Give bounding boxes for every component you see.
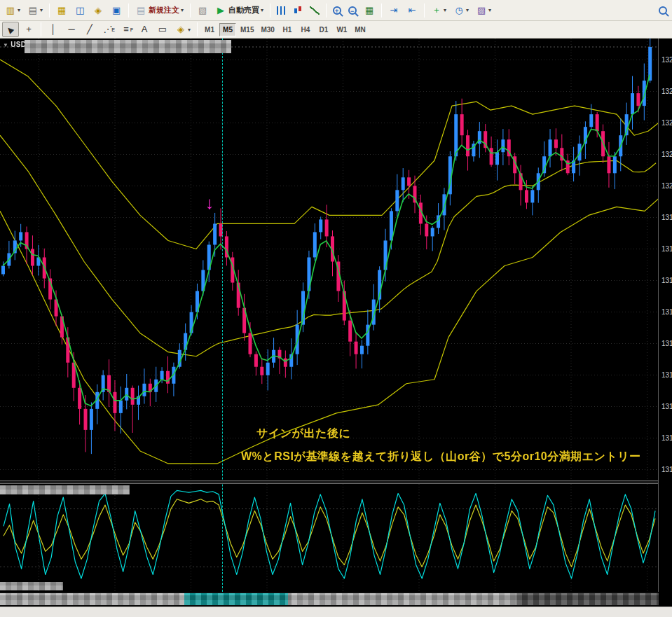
expert-advisors-icon: ▧ (197, 5, 208, 16)
indicators-button[interactable]: +▾ (428, 3, 449, 18)
timeframe-mn[interactable]: MN (352, 23, 369, 36)
timeframe-d1[interactable]: D1 (315, 23, 332, 36)
candlestick-icon (293, 6, 303, 15)
chevron-down-icon[interactable]: ▾ (466, 7, 469, 13)
price-chart-canvas[interactable] (0, 39, 659, 480)
templates-button[interactable]: ▨▾ (473, 3, 494, 18)
highlighted-time-range (184, 593, 288, 605)
chevron-down-icon[interactable]: ▾ (188, 27, 191, 33)
time-axis[interactable] (0, 592, 659, 606)
timeframe-h1[interactable]: H1 (279, 23, 296, 36)
chevron-down-icon[interactable]: ▾ (488, 7, 491, 13)
candlestick-button[interactable] (290, 3, 306, 18)
timeframe-m1[interactable]: M1 (201, 23, 218, 36)
censored-region-indicator-bottom (0, 582, 63, 590)
data-window-icon: ◫ (74, 5, 85, 16)
collapse-chart-icon[interactable]: ▼ (3, 42, 8, 48)
new-chart-button[interactable]: ▥▾ (2, 3, 23, 18)
zoom-out-icon: − (348, 6, 357, 15)
market-watch-toggle[interactable]: ▦ (53, 3, 70, 18)
zoom-in-button[interactable]: + (330, 3, 344, 18)
censored-time-labels-right (516, 593, 659, 605)
chart-annotation-line2: W%とRSIが基準線を越えて折り返し（山or谷）で5分or10分満期エントリー (241, 450, 641, 464)
line-chart-button[interactable] (307, 3, 322, 18)
vertical-line-icon: │ (48, 24, 59, 35)
chevron-down-icon[interactable]: ▾ (444, 7, 446, 13)
new-order-icon: ▤ (135, 5, 146, 16)
toolbar-separator (190, 4, 191, 18)
timeframe-m5[interactable]: M5 (219, 23, 236, 36)
vertical-line-tool[interactable]: │ (45, 22, 62, 37)
toolbar-separator (49, 4, 50, 18)
label-tool[interactable]: ▭ (154, 22, 171, 37)
horizontal-line-icon: ─ (66, 24, 77, 35)
bar-chart-button[interactable] (274, 3, 289, 18)
price-label: 131.450 (661, 434, 672, 442)
navigator-icon: ◈ (92, 5, 104, 16)
toolbar-separator (41, 22, 41, 36)
new-order-button[interactable]: ▤新規注文▾ (132, 3, 186, 18)
zoom-out-button[interactable]: − (345, 3, 359, 18)
periods-button[interactable]: ◷▾ (451, 3, 472, 18)
price-label: 132.350 (661, 56, 672, 64)
autotrading-button-label: 自動売買 (228, 5, 259, 15)
profiles-button[interactable]: ▤▾ (25, 3, 46, 18)
timeframe-h4[interactable]: H4 (297, 23, 314, 36)
text-tool[interactable]: A (136, 22, 153, 37)
price-label: 132.275 (661, 88, 672, 95)
chart-shift-button[interactable]: ⇤ (404, 3, 420, 18)
price-label: 131.975 (661, 214, 672, 221)
panel-separator[interactable] (0, 480, 672, 484)
autotrading-button[interactable]: ▶自動売買▾ (212, 3, 266, 18)
tile-windows-icon: ▦ (364, 5, 375, 16)
indicator-panel-canvas[interactable] (0, 484, 659, 592)
price-label: 131.750 (661, 308, 672, 316)
fibonacci-tool[interactable]: ≡F (118, 22, 135, 37)
horizontal-line-tool[interactable]: ─ (63, 22, 80, 37)
toolbar-separator (424, 4, 425, 18)
shapes-tool[interactable]: ◈▾ (172, 22, 193, 37)
search-button[interactable] (656, 3, 670, 18)
window-bottom-strip (0, 606, 672, 617)
price-label: 131.375 (661, 466, 672, 473)
tile-windows-button[interactable]: ▦ (361, 3, 378, 18)
waves-tool[interactable]: ⋰E (100, 22, 116, 37)
toolbar-separator (381, 4, 382, 18)
timeframe-m15[interactable]: M15 (238, 23, 256, 36)
market-watch-icon: ▦ (56, 5, 67, 16)
timeframe-m30[interactable]: M30 (258, 23, 277, 36)
auto-scroll-button[interactable]: ⇥ (385, 3, 402, 18)
indicators-icon: + (431, 5, 442, 16)
toolbar-separator (270, 4, 270, 18)
trendline-tool[interactable]: ╱ (81, 22, 98, 37)
line-chart-icon (310, 6, 320, 15)
chevron-down-icon[interactable]: ▾ (18, 7, 20, 13)
text-icon: A (139, 24, 150, 35)
crosshair-icon: + (23, 24, 34, 35)
price-scale[interactable]: 132.350132.275132.200132.125132.050131.9… (659, 39, 672, 592)
templates-icon: ▨ (476, 5, 487, 16)
chevron-down-icon[interactable]: ▾ (261, 7, 263, 13)
price-label: 131.825 (661, 277, 672, 284)
data-window-toggle[interactable]: ◫ (71, 3, 88, 18)
trendline-icon: ╱ (84, 24, 95, 35)
price-label: 131.600 (661, 371, 672, 379)
censored-indicator-label (0, 485, 130, 494)
terminal-icon: ▣ (111, 5, 122, 16)
search-icon (659, 6, 667, 15)
chart-shift-icon: ⇤ (406, 5, 418, 16)
navigator-toggle[interactable]: ◈ (90, 3, 107, 18)
price-label: 131.525 (661, 403, 672, 410)
chart-annotation-line1: サインが出た後に (256, 427, 350, 441)
chevron-down-icon[interactable]: ▾ (40, 7, 43, 13)
timeframe-w1[interactable]: W1 (334, 23, 350, 36)
cursor-tool[interactable]: ◀ (2, 22, 19, 37)
price-label: 131.675 (661, 340, 672, 347)
expert-advisors-toggle[interactable]: ▧ (194, 3, 211, 18)
toolbar-separator (128, 4, 129, 18)
crosshair-tool[interactable]: + (20, 22, 37, 37)
chevron-down-icon[interactable]: ▾ (181, 7, 184, 13)
toolbar-separator (326, 4, 327, 18)
price-label: 132.050 (661, 182, 672, 190)
terminal-toggle[interactable]: ▣ (108, 3, 125, 18)
